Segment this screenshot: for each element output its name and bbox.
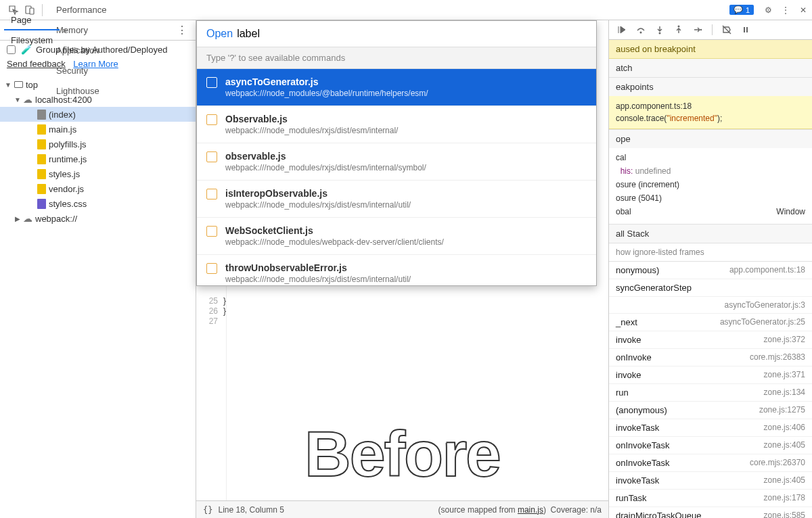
more-tabs-chevron-icon[interactable]: »	[60, 26, 70, 35]
open-file-input[interactable]	[237, 28, 587, 40]
pause-exceptions-icon[interactable]	[738, 22, 753, 37]
result-title: isInteropObservable.js	[225, 187, 411, 199]
issues-badge[interactable]: 💬1	[729, 5, 754, 15]
stack-loc: zone.js:372	[764, 335, 805, 345]
deactivate-breakpoints-icon[interactable]	[719, 22, 734, 37]
more-vert-icon[interactable]: ⋮	[778, 3, 793, 18]
group-files-checkbox[interactable]	[7, 45, 16, 54]
file-type-icon	[35, 110, 47, 120]
result-path: webpack:///node_modules/rxjs/dist/esm/in…	[225, 274, 411, 285]
step-over-icon[interactable]	[633, 22, 648, 37]
stack-frame[interactable]: invokezone.js:372	[609, 331, 812, 349]
breakpoints-section-header[interactable]: eakpoints	[609, 78, 812, 96]
stack-frame[interactable]: onInvokeTaskcore.mjs:26370	[609, 454, 812, 472]
stack-frame[interactable]: syncGeneratorStep	[609, 279, 812, 297]
stack-fn: drainMicroTaskQueue	[616, 511, 701, 518]
send-feedback-link[interactable]: Send feedback	[7, 59, 66, 69]
tree-item-label: styles.js	[49, 169, 80, 179]
resume-icon[interactable]	[614, 22, 629, 37]
step-into-icon[interactable]	[652, 22, 667, 37]
stack-fn: onInvokeTask	[616, 458, 670, 468]
tree-item[interactable]: main.js	[0, 122, 196, 137]
file-icon	[206, 263, 217, 274]
tree-item[interactable]: polyfills.js	[0, 137, 196, 151]
stack-frame[interactable]: runTaskzone.js:178	[609, 490, 812, 507]
open-result-item[interactable]: WebSocketClient.jswebpack:///node_module…	[197, 218, 596, 255]
tree-item[interactable]: ▼localhost:4200	[0, 92, 196, 107]
tree-item[interactable]: (index)	[0, 107, 196, 122]
stack-frame[interactable]: onInvokecore.mjs:26383	[609, 349, 812, 367]
stack-frame[interactable]: _nextasyncToGenerator.js:25	[609, 314, 812, 331]
tree-item[interactable]: runtime.js	[0, 151, 196, 166]
line-text: }	[223, 296, 226, 306]
breakpoint-item[interactable]: app.component.ts:18 console.trace("incre…	[609, 96, 812, 129]
stack-loc: zone.js:405	[764, 440, 805, 450]
show-ignore-listed[interactable]: how ignore-listed frames	[609, 243, 812, 262]
tree-item[interactable]: ▼top	[0, 77, 196, 92]
stack-frame[interactable]: (anonymous)zone.js:1275	[609, 402, 812, 419]
stack-loc: zone.js:406	[764, 423, 805, 433]
stack-fn: invokeTask	[616, 423, 659, 433]
svg-point-5	[700, 29, 702, 30]
source-mapped-label: (source mapped from main.js) Coverage: n…	[438, 505, 602, 515]
navigator-more-icon[interactable]: ⋮	[173, 24, 191, 37]
file-type-icon	[12, 81, 24, 88]
step-out-icon[interactable]	[671, 22, 686, 37]
learn-more-link[interactable]: Learn More	[73, 59, 118, 69]
stack-fn: run	[616, 387, 629, 398]
file-type-icon	[35, 169, 47, 179]
nav-tab-page[interactable]: Page	[4, 10, 60, 30]
call-stack-section-header[interactable]: all Stack	[609, 225, 812, 243]
stack-frame[interactable]: invokeTaskzone.js:405	[609, 472, 812, 490]
stack-frame[interactable]: asyncToGenerator.js:3	[609, 297, 812, 314]
open-result-item[interactable]: asyncToGenerator.jswebpack:///node_modul…	[197, 69, 596, 106]
stack-frame[interactable]: drainMicroTaskQueuezone.js:585	[609, 507, 812, 518]
group-files-row: 🧪 Group files by Authored/Deployed	[0, 41, 196, 59]
file-type-icon	[35, 154, 47, 164]
open-result-item[interactable]: isInteropObservable.jswebpack:///node_mo…	[197, 181, 596, 218]
step-icon[interactable]	[690, 22, 705, 37]
stack-loc: asyncToGenerator.js:3	[725, 300, 805, 310]
result-title: Observable.js	[225, 113, 398, 125]
open-file-dialog: Open Type '?' to see available commands …	[196, 20, 597, 286]
stack-loc: zone.js:585	[764, 511, 805, 518]
stack-frame[interactable]: onInvokeTaskzone.js:405	[609, 437, 812, 454]
result-title: throwUnobservableError.js	[225, 262, 411, 274]
tree-item-label: main.js	[49, 124, 76, 135]
file-icon	[206, 77, 217, 88]
stack-loc: zone.js:405	[764, 475, 805, 486]
watch-section-header[interactable]: atch	[609, 59, 812, 77]
tree-item[interactable]: styles.css	[0, 196, 196, 211]
stack-fn: syncGeneratorStep	[616, 283, 692, 293]
tree-item[interactable]: vendor.js	[0, 181, 196, 196]
tree-item[interactable]: ▶webpack://	[0, 211, 196, 226]
line-number: 26	[196, 306, 223, 316]
open-result-item[interactable]: observable.jswebpack:///node_modules/rxj…	[197, 143, 596, 181]
navigator-tabs: PageFilesystem » ⋮	[0, 20, 196, 41]
open-result-item[interactable]: Observable.jswebpack:///node_modules/rxj…	[197, 106, 596, 143]
close-icon[interactable]: ✕	[796, 3, 811, 18]
svg-point-4	[678, 26, 680, 28]
tree-twisty-icon: ▶	[14, 215, 22, 222]
tree-item-label: top	[26, 80, 38, 90]
file-icon	[206, 226, 217, 237]
tree-item[interactable]: styles.js	[0, 166, 196, 181]
open-results-list: asyncToGenerator.jswebpack:///node_modul…	[197, 69, 596, 285]
file-type-icon	[22, 213, 34, 224]
file-type-icon	[35, 199, 47, 209]
svg-rect-6	[744, 27, 745, 32]
result-path: webpack:///node_modules/rxjs/dist/esm/in…	[225, 125, 398, 136]
stack-frame[interactable]: runzone.js:134	[609, 384, 812, 402]
paused-status: aused on breakpoint	[609, 40, 812, 59]
pretty-print-icon[interactable]: {}	[203, 505, 212, 515]
source-map-file-link[interactable]: main.js	[518, 505, 543, 515]
settings-gear-icon[interactable]: ⚙	[761, 3, 775, 18]
result-path: webpack:///node_modules/rxjs/dist/esm/in…	[225, 199, 411, 210]
file-icon	[206, 151, 217, 162]
scope-section-header[interactable]: ope	[609, 130, 812, 148]
stack-frame[interactable]: invokezone.js:371	[609, 367, 812, 384]
stack-frame[interactable]: invokeTaskzone.js:406	[609, 419, 812, 437]
stack-loc: zone.js:134	[764, 387, 805, 398]
open-result-item[interactable]: throwUnobservableError.jswebpack:///node…	[197, 255, 596, 285]
stack-frame[interactable]: nonymous)app.component.ts:18	[609, 262, 812, 279]
